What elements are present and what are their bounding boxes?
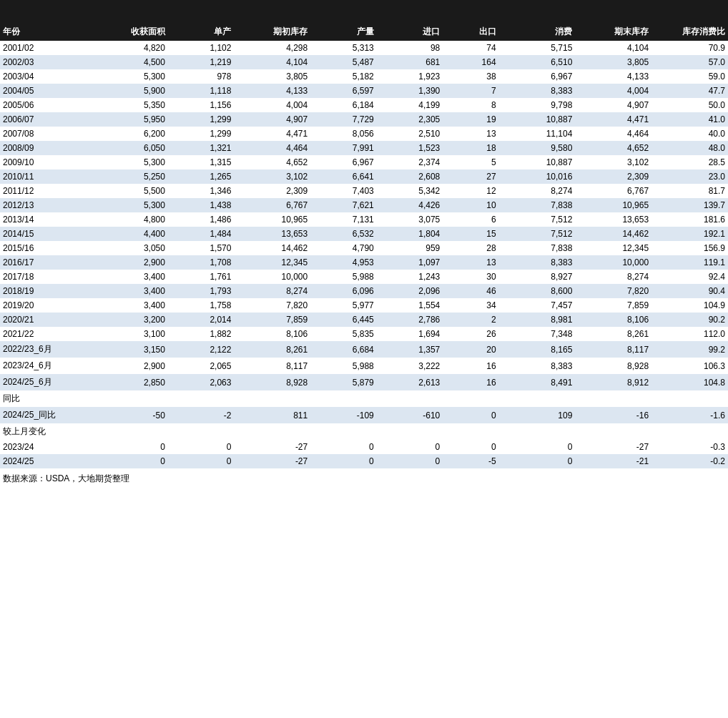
data-cell: 8,383 [499,358,576,374]
data-cell: -16 [575,407,651,423]
data-cell: 7,512 [499,212,576,227]
data-cell: 1,346 [168,184,235,198]
data-cell: 1,390 [377,84,443,98]
data-cell: 13,653 [575,212,651,227]
data-cell: 5,250 [92,169,168,184]
data-cell: 3,400 [92,298,168,313]
data-cell: 7,859 [575,298,651,313]
data-cell: 48.0 [651,141,728,155]
year-cell: 2004/05 [0,84,92,98]
data-cell: 0 [443,407,498,423]
data-cell: 10,000 [234,270,310,284]
data-cell: 3,400 [92,284,168,298]
col-year: 年份 [0,23,92,41]
data-cell: 8,928 [234,374,310,390]
data-cell: 28 [443,241,498,255]
data-cell: 5,879 [310,374,377,390]
data-cell: 1,708 [168,255,235,270]
data-cell: 1,102 [168,41,235,55]
data-cell: 2,900 [92,255,168,270]
data-cell: 8,117 [575,341,651,358]
data-cell: 1,486 [168,212,235,227]
data-cell: 8,927 [499,270,576,284]
data-cell: -50 [92,407,168,423]
year-cell: 2009/10 [0,155,92,169]
data-cell: 59.0 [651,69,728,84]
data-cell: 2,122 [168,341,235,358]
year-cell: 2002/03 [0,55,92,69]
data-cell: 0 [168,454,235,468]
data-cell: 90.2 [651,313,728,327]
data-cell: 4,907 [234,112,310,127]
table-row: 2020/213,2002,0147,8596,4452,78628,9818,… [0,313,728,327]
data-cell: 16 [443,358,498,374]
data-cell: 5,988 [310,358,377,374]
data-cell: 4,652 [234,155,310,169]
data-cell: 1,299 [168,112,235,127]
data-cell: 5,900 [92,84,168,98]
data-cell: 28.5 [651,155,728,169]
data-cell: 5,182 [310,69,377,84]
data-cell: 4,820 [92,41,168,55]
data-cell: 8,117 [234,358,310,374]
data-cell: 26 [443,327,498,341]
data-cell: 7,348 [499,327,576,341]
data-cell: 1,438 [168,198,235,212]
data-cell: 106.3 [651,358,728,374]
data-cell: 8,106 [234,327,310,341]
year-cell: 2010/11 [0,169,92,184]
data-cell: 6,967 [499,69,576,84]
data-cell: 1,554 [377,298,443,313]
data-cell: 8,165 [499,341,576,358]
data-cell: 164 [443,55,498,69]
data-cell: 3,100 [92,327,168,341]
data-cell: 9,580 [499,141,576,155]
data-cell: 11,104 [499,127,576,141]
footer-note: 数据来源：USDA，大地期货整理 [0,468,728,489]
data-cell: 70.9 [651,41,728,55]
table-row: 2009/105,3001,3154,6526,9672,374510,8873… [0,155,728,169]
year-cell: 2003/04 [0,69,92,84]
data-cell: -109 [310,407,377,423]
data-cell: 5 [443,155,498,169]
data-cell: 8,274 [499,184,576,198]
data-cell: 16 [443,374,498,390]
data-cell: 8,383 [499,84,576,98]
data-cell: 4,471 [234,127,310,141]
year-cell: 2014/15 [0,227,92,241]
table-row: 2007/086,2001,2994,4718,0562,5101311,104… [0,127,728,141]
data-cell: 5,300 [92,198,168,212]
year-cell: 2011/12 [0,184,92,198]
data-cell: 5,300 [92,155,168,169]
data-cell: 4,464 [575,127,651,141]
data-cell: 8,261 [234,341,310,358]
data-cell: 7,838 [499,241,576,255]
data-cell: 34 [443,298,498,313]
data-cell: 1,484 [168,227,235,241]
data-cell: 2,786 [377,313,443,327]
data-cell: 7,512 [499,227,576,241]
data-cell: 13 [443,255,498,270]
table-row: 2018/193,4001,7938,2746,0962,096468,6007… [0,284,728,298]
table-row: 2017/183,4001,76110,0005,9881,243308,927… [0,270,728,284]
data-cell: 4,471 [575,112,651,127]
data-cell: 10,887 [499,112,576,127]
year-cell: 2005/06 [0,98,92,112]
data-cell: 4,133 [234,84,310,98]
col-initial-stock: 期初库存 [234,23,310,41]
data-cell: 19 [443,112,498,127]
data-cell: 10,000 [575,255,651,270]
year-cell: 2013/14 [0,212,92,227]
data-cell: 8,912 [575,374,651,390]
year-cell: 2024/25_同比 [0,407,92,423]
data-cell: 0 [310,454,377,468]
data-cell: 7,403 [310,184,377,198]
data-cell: 1,321 [168,141,235,155]
data-cell: 0 [168,440,235,454]
data-cell: 2,374 [377,155,443,169]
data-cell: 8,928 [575,358,651,374]
data-cell: 2 [443,313,498,327]
data-cell: -5 [443,454,498,468]
main-table: 年份 收获面积 单产 期初库存 产量 进口 出口 消费 期末库存 库存消费比 2… [0,23,728,468]
data-cell: 7,131 [310,212,377,227]
